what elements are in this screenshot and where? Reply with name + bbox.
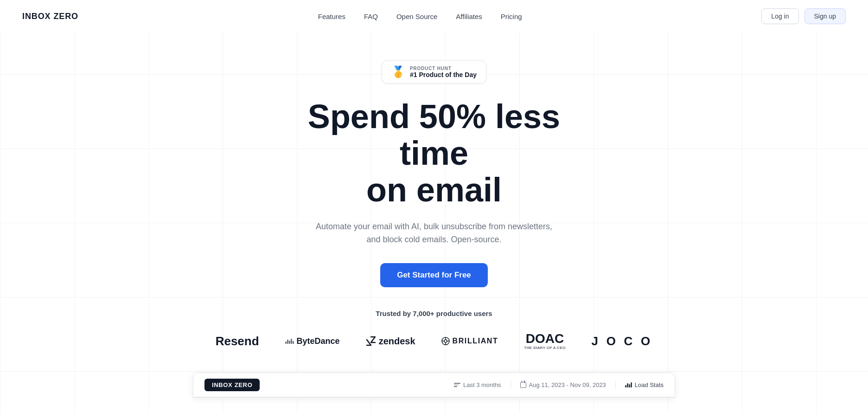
navbar: INBOX ZERO Features FAQ Open Source Affi…: [0, 0, 868, 32]
brilliant-icon: [441, 337, 450, 345]
load-stats-button[interactable]: Load Stats: [625, 381, 664, 388]
divider-2: [615, 381, 616, 388]
calendar-icon: [520, 382, 526, 388]
product-hunt-badge[interactable]: 🥇 PRODUCT HUNT #1 Product of the Day: [382, 60, 486, 84]
hero-heading: Spend 50% less time on email: [272, 98, 596, 209]
nav-actions: Log in Sign up: [761, 8, 846, 24]
app-preview-date[interactable]: Aug 11, 2023 - Nov 09, 2023: [520, 381, 606, 388]
medal-icon: 🥇: [391, 65, 405, 78]
nav-links: Features FAQ Open Source Affiliates Pric…: [318, 13, 522, 20]
login-button[interactable]: Log in: [761, 8, 798, 24]
filter-lines-icon: [454, 383, 460, 387]
product-hunt-text: PRODUCT HUNT #1 Product of the Day: [410, 66, 477, 78]
load-stats-chart-icon: [625, 382, 632, 387]
app-preview: INBOX ZERO Last 3 months Aug 11, 2023 - …: [193, 373, 675, 398]
nav-link-faq[interactable]: FAQ: [364, 13, 378, 20]
signup-button[interactable]: Sign up: [804, 8, 846, 24]
zendesk-icon: [366, 336, 376, 346]
hero-section: 🥇 PRODUCT HUNT #1 Product of the Day Spe…: [0, 32, 868, 413]
logo-zendesk: zendesk: [366, 336, 415, 347]
nav-link-features[interactable]: Features: [318, 13, 345, 20]
logo-doac: DOAC THE DIARY OF A CEO: [524, 332, 565, 350]
app-preview-header: INBOX ZERO Last 3 months Aug 11, 2023 - …: [193, 373, 675, 397]
product-hunt-label: PRODUCT HUNT: [410, 66, 477, 71]
nav-link-affiliates[interactable]: Affiliates: [456, 13, 482, 20]
hero-subtext: Automate your email with AI, bulk unsubs…: [313, 220, 555, 247]
bytedance-chart-icon: [285, 338, 294, 344]
cta-button[interactable]: Get Started for Free: [380, 263, 488, 287]
nav-link-open-source[interactable]: Open Source: [396, 13, 437, 20]
app-preview-filter[interactable]: Last 3 months: [454, 381, 501, 388]
nav-link-pricing[interactable]: Pricing: [501, 13, 522, 20]
svg-point-1: [444, 340, 447, 342]
logo-brilliant: BRILLIANT: [441, 337, 498, 345]
logos-row: Resend ByteDance zendesk: [216, 332, 653, 350]
app-preview-logo-badge: INBOX ZERO: [204, 379, 260, 391]
logo-joco: J O C O: [592, 334, 653, 348]
divider-1: [511, 381, 511, 388]
product-hunt-title: #1 Product of the Day: [410, 71, 477, 78]
brand-logo: INBOX ZERO: [22, 12, 78, 21]
logo-bytedance: ByteDance: [285, 336, 340, 346]
app-preview-controls: Last 3 months Aug 11, 2023 - Nov 09, 202…: [454, 381, 664, 388]
logo-resend: Resend: [216, 334, 259, 348]
trusted-text: Trusted by 7,000+ productive users: [376, 310, 492, 317]
